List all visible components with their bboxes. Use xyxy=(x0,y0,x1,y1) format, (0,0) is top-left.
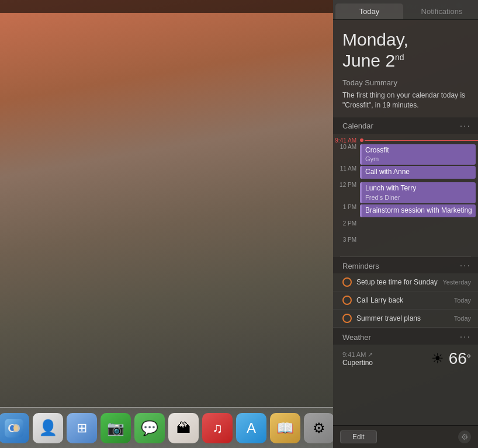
nc-calendar-header: Calendar ··· xyxy=(333,117,478,134)
nc-summary-text: The first thing on your calendar today i… xyxy=(342,91,469,110)
cal-event-lunch-terry-title: Lunch with Terry xyxy=(365,184,472,193)
tab-today[interactable]: Today xyxy=(335,4,403,19)
nc-weather-options[interactable]: ··· xyxy=(460,332,471,342)
current-time-row: 9:41 AM xyxy=(333,137,478,144)
calendar-section: 9:41 AM 10 AM Crossfit Gym 11 AM xyxy=(333,134,478,257)
dock-books[interactable]: 📖 xyxy=(270,413,300,443)
cal-slot-3pm: 3 PM xyxy=(333,237,478,253)
cal-event-call-anne-title: Call with Anne xyxy=(365,168,472,177)
current-time-label: 9:41 AM xyxy=(333,137,360,144)
dock-appstore[interactable]: A xyxy=(236,413,266,443)
cal-event-crossfit-sub: Gym xyxy=(365,155,472,163)
cal-event-lunch-terry-sub: Fred's Diner xyxy=(365,193,472,202)
cal-event-brainstorm-title: Brainstorm session with Marketing xyxy=(365,206,472,216)
time-10am: 10 AM xyxy=(333,144,360,150)
reminder-text-2: Call Larry back xyxy=(356,296,454,304)
weather-arrow: ↗ xyxy=(368,351,373,358)
nc-calendar-options[interactable]: ··· xyxy=(460,121,471,131)
nc-reminders-header: Reminders ··· xyxy=(333,257,478,273)
dock-messages[interactable]: 💬 xyxy=(134,413,165,443)
reminder-checkbox-2[interactable] xyxy=(342,296,352,305)
weather-temperature: 66 xyxy=(449,349,467,368)
reminder-date-3: Today xyxy=(454,315,471,322)
nc-date-date: June 2 xyxy=(342,51,395,70)
weather-unit: ° xyxy=(467,353,471,365)
cal-event-call-anne[interactable]: Call with Anne xyxy=(360,166,476,179)
nc-bottom-bar: Edit ⚙ xyxy=(333,425,478,448)
time-2pm: 2 PM xyxy=(333,220,360,227)
reminder-item-3: Summer travel plans Today xyxy=(333,310,478,328)
nc-edit-button[interactable]: Edit xyxy=(340,430,377,443)
weather-location-info: 9:41 AM ↗ Cupertino xyxy=(342,351,431,367)
weather-time: 9:41 AM ↗ xyxy=(342,351,431,359)
nc-date-suffix: nd xyxy=(395,53,404,62)
cal-slot-1pm: 1 PM Brainstorm session with Marketing xyxy=(333,204,478,220)
cal-empty-3pm xyxy=(360,237,478,253)
reminder-date-2: Today xyxy=(454,297,471,304)
notification-center-panel: Today Notifications Monday, June 2nd Tod… xyxy=(333,0,478,448)
cal-slot-10am: 10 AM Crossfit Gym xyxy=(333,144,478,166)
nc-summary-title: Today Summary xyxy=(342,78,469,87)
reminder-checkbox-3[interactable] xyxy=(342,314,352,323)
mountain-image xyxy=(0,0,333,448)
reminders-section: Setup tee time for Sunday Yesterday Call… xyxy=(333,273,478,328)
time-dot xyxy=(360,138,363,142)
nc-weather-header: Weather ··· xyxy=(333,328,478,345)
nc-gear-button[interactable]: ⚙ xyxy=(458,430,471,443)
time-11am: 11 AM xyxy=(333,165,360,172)
dock-sysprefs[interactable]: ⚙ xyxy=(304,413,334,443)
bottom-spacer xyxy=(333,373,478,384)
cal-empty-2pm xyxy=(360,220,478,237)
svg-point-4 xyxy=(13,425,18,431)
nc-reminders-options[interactable]: ··· xyxy=(460,261,471,271)
cal-event-lunch-terry[interactable]: Lunch with Terry Fred's Diner xyxy=(360,182,476,203)
weather-row: 9:41 AM ↗ Cupertino ☀ 66 ° xyxy=(333,345,478,373)
dock-launchpad[interactable]: ⊞ xyxy=(67,413,97,443)
nc-date-day: Monday, xyxy=(342,30,408,49)
weather-sun-icon: ☀ xyxy=(431,350,444,367)
tab-notifications[interactable]: Notifications xyxy=(408,4,476,19)
time-1pm: 1 PM xyxy=(333,204,360,210)
cal-slot-11am: 11 AM Call with Anne xyxy=(333,165,478,182)
weather-location-name: Cupertino xyxy=(342,359,431,367)
dock-finder[interactable] xyxy=(0,413,29,443)
weather-section: 9:41 AM ↗ Cupertino ☀ 66 ° xyxy=(333,345,478,373)
reminder-text-1: Setup tee time for Sunday xyxy=(356,278,442,286)
reminder-text-3: Summer travel plans xyxy=(356,314,454,322)
nc-date-display: Monday, June 2nd xyxy=(342,29,469,71)
reminder-item-2: Call Larry back Today xyxy=(333,291,478,310)
reminder-date-1: Yesterday xyxy=(442,279,471,286)
dock-photos[interactable]: 🏔 xyxy=(168,413,199,443)
calendar-timeline: 9:41 AM 10 AM Crossfit Gym 11 AM xyxy=(333,134,478,257)
cal-event-brainstorm[interactable]: Brainstorm session with Marketing xyxy=(360,204,476,217)
nc-content-area: Monday, June 2nd Today Summary The first… xyxy=(333,20,478,425)
dock-music[interactable]: ♫ xyxy=(202,413,233,443)
nc-today-summary: Today Summary The first thing on your ca… xyxy=(333,76,478,117)
cal-slot-12pm: 12 PM Lunch with Terry Fred's Diner xyxy=(333,182,478,204)
gear-icon: ⚙ xyxy=(461,432,469,442)
cal-slot-2pm: 2 PM xyxy=(333,220,478,237)
nc-calendar-title: Calendar xyxy=(342,121,373,130)
time-12pm: 12 PM xyxy=(333,182,360,188)
cal-event-crossfit[interactable]: Crossfit Gym xyxy=(360,144,476,165)
nc-tab-bar: Today Notifications xyxy=(333,0,478,20)
reminder-checkbox-1[interactable] xyxy=(342,277,352,287)
time-line xyxy=(365,140,478,141)
dock-facetime[interactable]: 📷 xyxy=(101,413,131,443)
cal-event-crossfit-title: Crossfit xyxy=(365,146,472,155)
dock-contacts[interactable]: 👤 xyxy=(33,413,63,443)
nc-weather-title: Weather xyxy=(342,333,371,342)
time-3pm: 3 PM xyxy=(333,237,360,243)
weather-time-text: 9:41 AM xyxy=(342,351,366,358)
dock: 👤 ⊞ 📷 💬 🏔 ♫ A 📖 ⚙ xyxy=(0,407,333,448)
reminder-item-1: Setup tee time for Sunday Yesterday xyxy=(333,273,478,291)
nc-date-section: Monday, June 2nd xyxy=(333,20,478,76)
nc-reminders-title: Reminders xyxy=(342,262,379,270)
